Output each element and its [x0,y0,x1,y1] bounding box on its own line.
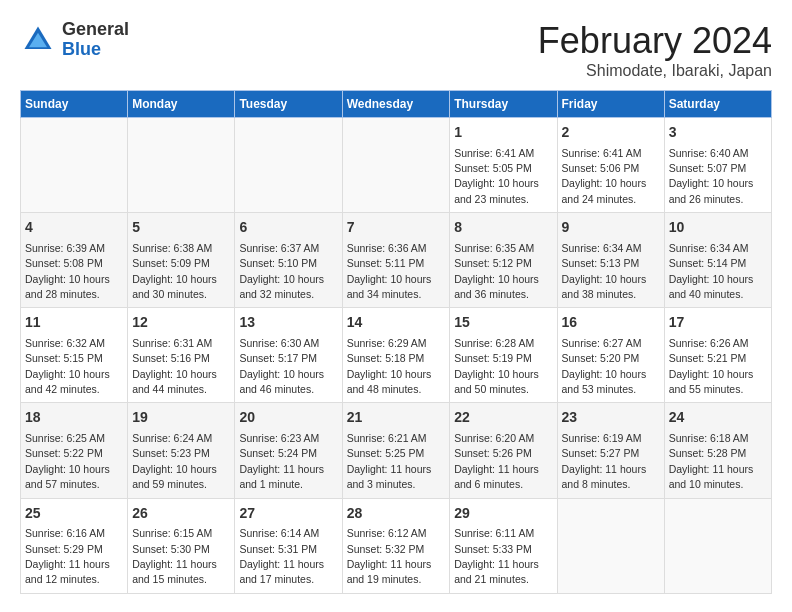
calendar-cell: 28Sunrise: 6:12 AM Sunset: 5:32 PM Dayli… [342,498,450,593]
calendar-cell [342,118,450,213]
location: Shimodate, Ibaraki, Japan [538,62,772,80]
header-day-monday: Monday [128,91,235,118]
day-number: 14 [347,313,446,333]
day-number: 1 [454,123,552,143]
calendar-cell: 19Sunrise: 6:24 AM Sunset: 5:23 PM Dayli… [128,403,235,498]
calendar-cell: 17Sunrise: 6:26 AM Sunset: 5:21 PM Dayli… [664,308,771,403]
day-info: Sunrise: 6:24 AM Sunset: 5:23 PM Dayligh… [132,432,217,490]
logo-icon [20,22,56,58]
calendar-cell: 16Sunrise: 6:27 AM Sunset: 5:20 PM Dayli… [557,308,664,403]
day-number: 12 [132,313,230,333]
header-day-tuesday: Tuesday [235,91,342,118]
logo: General Blue [20,20,129,60]
day-number: 8 [454,218,552,238]
day-number: 26 [132,504,230,524]
day-number: 16 [562,313,660,333]
header: General Blue February 2024 Shimodate, Ib… [20,20,772,80]
day-number: 6 [239,218,337,238]
header-day-thursday: Thursday [450,91,557,118]
calendar-cell: 26Sunrise: 6:15 AM Sunset: 5:30 PM Dayli… [128,498,235,593]
day-number: 13 [239,313,337,333]
day-info: Sunrise: 6:20 AM Sunset: 5:26 PM Dayligh… [454,432,539,490]
day-info: Sunrise: 6:37 AM Sunset: 5:10 PM Dayligh… [239,242,324,300]
day-number: 23 [562,408,660,428]
day-info: Sunrise: 6:39 AM Sunset: 5:08 PM Dayligh… [25,242,110,300]
calendar-week-row: 4Sunrise: 6:39 AM Sunset: 5:08 PM Daylig… [21,213,772,308]
day-number: 19 [132,408,230,428]
calendar-cell: 11Sunrise: 6:32 AM Sunset: 5:15 PM Dayli… [21,308,128,403]
day-info: Sunrise: 6:30 AM Sunset: 5:17 PM Dayligh… [239,337,324,395]
calendar-cell: 24Sunrise: 6:18 AM Sunset: 5:28 PM Dayli… [664,403,771,498]
day-number: 18 [25,408,123,428]
day-info: Sunrise: 6:12 AM Sunset: 5:32 PM Dayligh… [347,527,432,585]
calendar-cell [21,118,128,213]
calendar-cell: 18Sunrise: 6:25 AM Sunset: 5:22 PM Dayli… [21,403,128,498]
calendar-cell [664,498,771,593]
calendar-cell: 20Sunrise: 6:23 AM Sunset: 5:24 PM Dayli… [235,403,342,498]
calendar-cell: 12Sunrise: 6:31 AM Sunset: 5:16 PM Dayli… [128,308,235,403]
day-info: Sunrise: 6:31 AM Sunset: 5:16 PM Dayligh… [132,337,217,395]
day-info: Sunrise: 6:14 AM Sunset: 5:31 PM Dayligh… [239,527,324,585]
day-info: Sunrise: 6:27 AM Sunset: 5:20 PM Dayligh… [562,337,647,395]
calendar-cell: 27Sunrise: 6:14 AM Sunset: 5:31 PM Dayli… [235,498,342,593]
day-number: 10 [669,218,767,238]
day-number: 22 [454,408,552,428]
calendar-cell: 6Sunrise: 6:37 AM Sunset: 5:10 PM Daylig… [235,213,342,308]
day-info: Sunrise: 6:21 AM Sunset: 5:25 PM Dayligh… [347,432,432,490]
calendar-cell: 21Sunrise: 6:21 AM Sunset: 5:25 PM Dayli… [342,403,450,498]
day-info: Sunrise: 6:40 AM Sunset: 5:07 PM Dayligh… [669,147,754,205]
calendar-week-row: 11Sunrise: 6:32 AM Sunset: 5:15 PM Dayli… [21,308,772,403]
day-number: 25 [25,504,123,524]
calendar-cell: 10Sunrise: 6:34 AM Sunset: 5:14 PM Dayli… [664,213,771,308]
calendar-cell: 25Sunrise: 6:16 AM Sunset: 5:29 PM Dayli… [21,498,128,593]
day-number: 28 [347,504,446,524]
calendar-week-row: 1Sunrise: 6:41 AM Sunset: 5:05 PM Daylig… [21,118,772,213]
calendar-cell: 4Sunrise: 6:39 AM Sunset: 5:08 PM Daylig… [21,213,128,308]
day-number: 2 [562,123,660,143]
logo-general-text: General [62,20,129,40]
day-info: Sunrise: 6:36 AM Sunset: 5:11 PM Dayligh… [347,242,432,300]
day-number: 3 [669,123,767,143]
title-area: February 2024 Shimodate, Ibaraki, Japan [538,20,772,80]
calendar-cell: 7Sunrise: 6:36 AM Sunset: 5:11 PM Daylig… [342,213,450,308]
header-day-sunday: Sunday [21,91,128,118]
calendar-cell: 9Sunrise: 6:34 AM Sunset: 5:13 PM Daylig… [557,213,664,308]
calendar-cell: 15Sunrise: 6:28 AM Sunset: 5:19 PM Dayli… [450,308,557,403]
day-number: 27 [239,504,337,524]
month-title: February 2024 [538,20,772,62]
day-number: 5 [132,218,230,238]
day-number: 21 [347,408,446,428]
day-info: Sunrise: 6:29 AM Sunset: 5:18 PM Dayligh… [347,337,432,395]
day-info: Sunrise: 6:15 AM Sunset: 5:30 PM Dayligh… [132,527,217,585]
calendar-cell: 13Sunrise: 6:30 AM Sunset: 5:17 PM Dayli… [235,308,342,403]
header-day-friday: Friday [557,91,664,118]
calendar-cell: 2Sunrise: 6:41 AM Sunset: 5:06 PM Daylig… [557,118,664,213]
day-info: Sunrise: 6:18 AM Sunset: 5:28 PM Dayligh… [669,432,754,490]
day-number: 24 [669,408,767,428]
header-day-wednesday: Wednesday [342,91,450,118]
calendar-cell [128,118,235,213]
day-info: Sunrise: 6:16 AM Sunset: 5:29 PM Dayligh… [25,527,110,585]
day-info: Sunrise: 6:34 AM Sunset: 5:14 PM Dayligh… [669,242,754,300]
day-number: 17 [669,313,767,333]
day-info: Sunrise: 6:28 AM Sunset: 5:19 PM Dayligh… [454,337,539,395]
calendar-cell: 29Sunrise: 6:11 AM Sunset: 5:33 PM Dayli… [450,498,557,593]
day-info: Sunrise: 6:23 AM Sunset: 5:24 PM Dayligh… [239,432,324,490]
day-info: Sunrise: 6:38 AM Sunset: 5:09 PM Dayligh… [132,242,217,300]
calendar-cell: 14Sunrise: 6:29 AM Sunset: 5:18 PM Dayli… [342,308,450,403]
logo-blue-text: Blue [62,40,129,60]
day-info: Sunrise: 6:32 AM Sunset: 5:15 PM Dayligh… [25,337,110,395]
day-info: Sunrise: 6:41 AM Sunset: 5:06 PM Dayligh… [562,147,647,205]
calendar-week-row: 25Sunrise: 6:16 AM Sunset: 5:29 PM Dayli… [21,498,772,593]
day-info: Sunrise: 6:19 AM Sunset: 5:27 PM Dayligh… [562,432,647,490]
day-number: 11 [25,313,123,333]
calendar-cell: 1Sunrise: 6:41 AM Sunset: 5:05 PM Daylig… [450,118,557,213]
day-info: Sunrise: 6:35 AM Sunset: 5:12 PM Dayligh… [454,242,539,300]
header-day-saturday: Saturday [664,91,771,118]
calendar-table: SundayMondayTuesdayWednesdayThursdayFrid… [20,90,772,594]
day-number: 15 [454,313,552,333]
day-info: Sunrise: 6:11 AM Sunset: 5:33 PM Dayligh… [454,527,539,585]
day-info: Sunrise: 6:26 AM Sunset: 5:21 PM Dayligh… [669,337,754,395]
day-info: Sunrise: 6:34 AM Sunset: 5:13 PM Dayligh… [562,242,647,300]
calendar-cell: 8Sunrise: 6:35 AM Sunset: 5:12 PM Daylig… [450,213,557,308]
